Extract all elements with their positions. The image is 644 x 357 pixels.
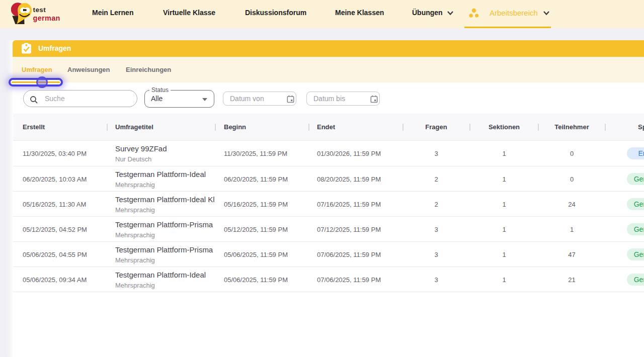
svg-text:test: test bbox=[33, 6, 46, 14]
svg-text:german: german bbox=[33, 14, 60, 22]
